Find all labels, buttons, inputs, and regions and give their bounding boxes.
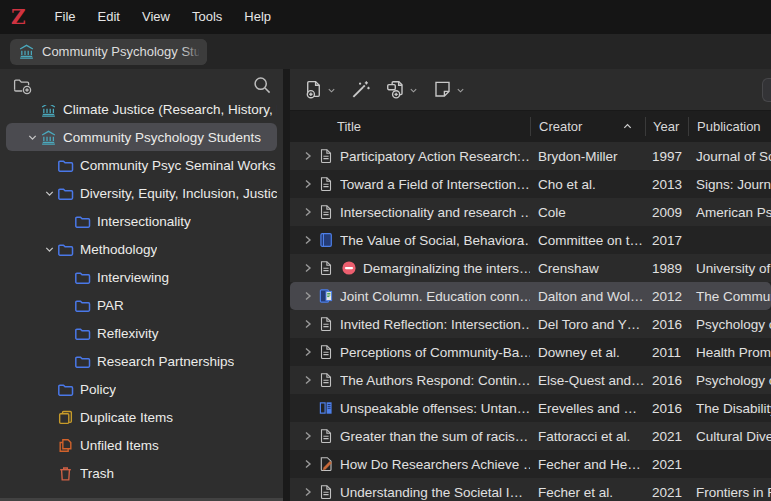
item-row[interactable]: Toward a Field of Intersection…Cho et al…: [290, 170, 771, 198]
item-row[interactable]: Understanding the Societal I…Fecher et a…: [290, 478, 771, 501]
dropdown-chevron-icon: [327, 81, 336, 99]
new-item-button[interactable]: [303, 79, 336, 100]
search-input-stub[interactable]: [762, 78, 771, 102]
collection-row-policy[interactable]: Policy: [6, 375, 277, 403]
menus: FileEditViewToolsHelp: [44, 0, 282, 34]
menu-file[interactable]: File: [44, 0, 87, 34]
document-icon: [318, 484, 334, 500]
column-header-title[interactable]: Title: [290, 117, 530, 136]
menu-tools[interactable]: Tools: [181, 0, 233, 34]
menu-view[interactable]: View: [131, 0, 181, 34]
collection-row-unfiled-items[interactable]: Unfiled Items: [6, 431, 277, 459]
tab-library[interactable]: Community Psychology Stude: [10, 39, 207, 65]
collection-label: Methodology: [80, 242, 157, 257]
new-attachment-button[interactable]: [385, 79, 418, 100]
new-collection-icon[interactable]: [12, 75, 32, 99]
menu-edit[interactable]: Edit: [87, 0, 131, 34]
expand-twisty[interactable]: [301, 374, 314, 386]
item-row[interactable]: Intersectionality and research …Cole2009…: [290, 198, 771, 226]
expand-twisty[interactable]: [301, 206, 314, 218]
expand-twisty[interactable]: [301, 458, 314, 470]
item-row[interactable]: The Value of Social, Behaviora…Committee…: [290, 226, 771, 254]
item-year: 2013: [645, 177, 688, 192]
item-row[interactable]: Invited Reflection: Intersection…Del Tor…: [290, 310, 771, 338]
item-title-cell: Participatory Action Research:…: [290, 148, 530, 164]
item-row[interactable]: The Authors Respond: Contin…Else-Quest a…: [290, 366, 771, 394]
item-creator: Committee on t…: [530, 233, 645, 248]
expand-twisty[interactable]: [301, 430, 314, 442]
document-icon: [318, 260, 334, 276]
collapse-twisty[interactable]: [41, 244, 57, 255]
collection-row-par[interactable]: PAR: [6, 291, 277, 319]
collection-row-trash[interactable]: Trash: [6, 459, 277, 487]
expand-twisty[interactable]: [301, 234, 314, 246]
item-title-cell: Unspeakable offenses: Untan…: [290, 400, 530, 416]
collection-label: Diversity, Equity, Inclusion, Justice: [80, 186, 277, 201]
item-row[interactable]: Perceptions of Community-Ba…Downey et al…: [290, 338, 771, 366]
library-icon: [40, 129, 57, 146]
collection-label: Community Psyc Seminal Works: [80, 158, 276, 173]
item-creator: Cho et al.: [530, 177, 645, 192]
column-header-creator[interactable]: Creator: [530, 117, 645, 136]
items-table-body: Participatory Action Research:…Brydon-Mi…: [290, 142, 771, 501]
attachment-icon: [385, 79, 406, 100]
expand-twisty[interactable]: [301, 346, 314, 358]
collection-row-community-psyc-seminal-works[interactable]: Community Psyc Seminal Works: [6, 151, 277, 179]
folder-icon: [74, 213, 91, 230]
item-row[interactable]: Joint Column. Education conn…Dalton and …: [290, 282, 771, 310]
item-title: Greater than the sum of racis…: [340, 429, 528, 444]
expand-twisty[interactable]: [301, 290, 314, 302]
item-title: The Authors Respond: Contin…: [340, 373, 530, 388]
expand-twisty[interactable]: [301, 178, 314, 190]
item-year: 2012: [645, 289, 688, 304]
collapse-twisty[interactable]: [41, 188, 57, 199]
search-icon[interactable]: [252, 75, 272, 99]
collection-row-climate-justice-research-history-bell[interactable]: Climate Justice (Research, History, Bell: [6, 105, 277, 123]
column-header-year[interactable]: Year: [645, 117, 688, 136]
menu-bar: Z FileEditViewToolsHelp: [0, 0, 771, 34]
collections-pane: Climate Justice (Research, History, Bell…: [0, 69, 283, 501]
item-title: Understanding the Societal I…: [340, 485, 523, 500]
collection-row-duplicate-items[interactable]: Duplicate Items: [6, 403, 277, 431]
item-title-cell: The Authors Respond: Contin…: [290, 372, 530, 388]
expand-twisty[interactable]: [301, 318, 314, 330]
item-publication: Cultural Diver: [688, 429, 771, 444]
collapse-twisty[interactable]: [24, 132, 40, 143]
folder-icon: [74, 297, 91, 314]
item-creator: Brydon-Miller: [530, 149, 645, 164]
item-row[interactable]: Demarginalizing the inters…Crenshaw1989U…: [290, 254, 771, 282]
item-creator: Erevelles and …: [530, 401, 645, 416]
new-note-button[interactable]: [432, 79, 465, 100]
book-section-icon: [318, 400, 334, 416]
pane-splitter[interactable]: [283, 69, 290, 501]
collection-row-reflexivity[interactable]: Reflexivity: [6, 319, 277, 347]
expand-twisty[interactable]: [301, 262, 314, 274]
item-year: 2016: [645, 373, 688, 388]
item-row[interactable]: Participatory Action Research:…Brydon-Mi…: [290, 142, 771, 170]
item-creator: Crenshaw: [530, 261, 645, 276]
collection-row-diversity-equity-inclusion-justice[interactable]: Diversity, Equity, Inclusion, Justice: [6, 179, 277, 207]
collection-label: Research Partnerships: [97, 354, 234, 369]
expand-twisty[interactable]: [301, 150, 314, 162]
item-row[interactable]: Greater than the sum of racis…Fattoracci…: [290, 422, 771, 450]
collection-row-methodology[interactable]: Methodology: [6, 235, 277, 263]
item-year: 2011: [645, 345, 688, 360]
column-header-publication[interactable]: Publication: [688, 117, 771, 136]
expand-twisty[interactable]: [301, 486, 314, 498]
menu-help[interactable]: Help: [233, 0, 282, 34]
item-year: 2016: [645, 401, 688, 416]
item-row[interactable]: How Do Researchers Achieve …Fecher and H…: [290, 450, 771, 478]
item-title-cell: Perceptions of Community-Ba…: [290, 344, 530, 360]
item-title-cell: Joint Column. Education conn…: [290, 288, 530, 304]
library-icon: [40, 105, 57, 118]
collection-row-interviewing[interactable]: Interviewing: [6, 263, 277, 291]
item-row[interactable]: Unspeakable offenses: Untan…Erevelles an…: [290, 394, 771, 422]
collection-row-research-partnerships[interactable]: Research Partnerships: [6, 347, 277, 375]
document-icon: [318, 428, 334, 444]
collection-row-community-psychology-students[interactable]: Community Psychology Students: [6, 123, 277, 151]
collection-row-intersectionality[interactable]: Intersectionality: [6, 207, 277, 235]
item-publication: Frontiers in R: [688, 485, 771, 500]
add-by-identifier-button[interactable]: [350, 79, 371, 100]
item-creator: Cole: [530, 205, 645, 220]
dropdown-chevron-icon: [456, 81, 465, 99]
